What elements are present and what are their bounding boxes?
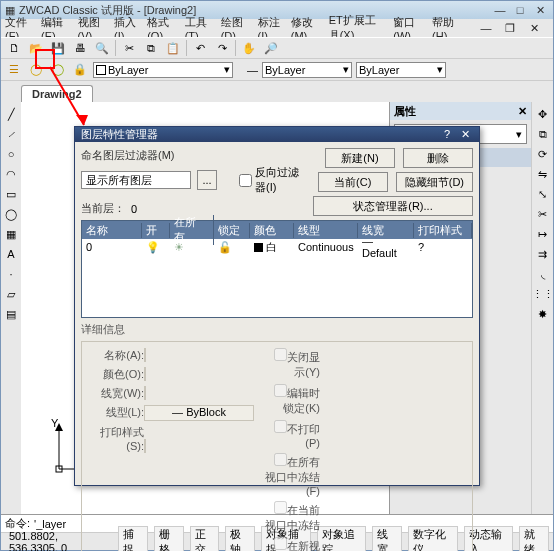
left-toolbar: ╱ ⟋ ○ ◠ ▭ ◯ ▦ A ∙ ▱ ▤ <box>1 102 21 514</box>
maximize-button[interactable]: □ <box>511 3 529 17</box>
filter-browse-button[interactable]: ... <box>197 170 217 190</box>
mdi-restore-button[interactable]: ❐ <box>503 21 517 35</box>
close-button[interactable]: ✕ <box>531 3 549 17</box>
dialog-titlebar[interactable]: 图层特性管理器 ? ✕ <box>75 127 479 142</box>
status-model[interactable]: 就绪 <box>519 526 549 552</box>
undo-icon[interactable]: ↶ <box>191 39 209 57</box>
table-icon[interactable]: ▤ <box>3 306 19 322</box>
right-toolbar: ✥ ⧉ ⟳ ⇋ ⤡ ✂ ↦ ⇉ ◟ ⋮⋮ ✸ <box>531 102 553 514</box>
redo-icon[interactable]: ↷ <box>213 39 231 57</box>
mdi-minimize-button[interactable]: — <box>479 21 493 35</box>
lock-edit-checkbox: 编辑时锁定(K) <box>264 384 320 416</box>
copy2-icon[interactable]: ⧉ <box>535 126 551 142</box>
bulb-on-icon[interactable]: 💡 <box>142 241 170 254</box>
minimize-button[interactable]: — <box>491 3 509 17</box>
cut-icon[interactable]: ✂ <box>120 39 138 57</box>
circle-icon[interactable]: ○ <box>3 146 19 162</box>
svg-text:Y: Y <box>51 419 59 429</box>
detail-panel: 名称(A): 颜色(O): 线宽(W): 线型(L):— ByBlock 打印样… <box>81 341 473 551</box>
mdi-close-button[interactable]: ✕ <box>527 21 541 35</box>
off-display-checkbox: 关闭显示(Y) <box>264 348 320 380</box>
linetype-label: ByLayer <box>265 64 305 76</box>
freeze-new-checkbox: 在新视口中冻结(Z) <box>264 537 320 551</box>
layer-properties-dialog: 图层特性管理器 ? ✕ 命名图层过滤器(M) ... 反向过滤器(I) 当前层：… <box>74 126 480 486</box>
filter-dropdown[interactable] <box>81 171 191 189</box>
preview-icon[interactable]: 🔍 <box>93 39 111 57</box>
lineweight-dropdown[interactable]: ByLayer ▾ <box>356 62 446 78</box>
zoom-icon[interactable]: 🔎 <box>262 39 280 57</box>
rect-icon[interactable]: ▭ <box>3 186 19 202</box>
freeze-current-checkbox: 在当前视口中冻结 <box>264 501 320 533</box>
text-icon[interactable]: A <box>3 246 19 262</box>
region-icon[interactable]: ▱ <box>3 286 19 302</box>
paste-icon[interactable]: 📋 <box>164 39 182 57</box>
separator <box>186 40 187 56</box>
layer-bylayer-label: ByLayer <box>108 64 148 76</box>
rotate-icon[interactable]: ⟳ <box>535 146 551 162</box>
hatch-icon[interactable]: ▦ <box>3 226 19 242</box>
command-value: '_layer <box>34 518 66 530</box>
ellipse-icon[interactable]: ◯ <box>3 206 19 222</box>
separator <box>115 40 116 56</box>
properties-close-icon[interactable]: ✕ <box>518 105 527 118</box>
copy-icon[interactable]: ⧉ <box>142 39 160 57</box>
trim-icon[interactable]: ✂ <box>535 206 551 222</box>
annotation-arrow <box>48 65 98 135</box>
state-manager-button[interactable]: 状态管理器(R)... <box>313 196 473 216</box>
no-plot-checkbox: 不打印(P) <box>264 420 320 449</box>
table-row[interactable]: 0 💡 ☀ 🔓 白 Continuous — Default ? <box>82 239 472 255</box>
fillet-icon[interactable]: ◟ <box>535 266 551 282</box>
mirror-icon[interactable]: ⇋ <box>535 166 551 182</box>
scale-icon[interactable]: ⤡ <box>535 186 551 202</box>
print-icon[interactable]: 🖶 <box>71 39 89 57</box>
detail-plotstyle-field[interactable] <box>144 439 146 453</box>
layer-table: 名称 开 在所有... 锁定 颜色 线型 线宽 打印样式 0 💡 ☀ 🔓 白 C… <box>81 220 473 318</box>
current-button[interactable]: 当前(C) <box>318 172 388 192</box>
properties-header: 属性 <box>394 104 416 119</box>
detail-name-field[interactable] <box>144 348 146 362</box>
detail-color-field[interactable] <box>144 367 146 381</box>
pan-icon[interactable]: ✋ <box>240 39 258 57</box>
point-icon[interactable]: ∙ <box>3 266 19 282</box>
hide-detail-button[interactable]: 隐藏细节(D) <box>396 172 473 192</box>
extend-icon[interactable]: ↦ <box>535 226 551 242</box>
layer-dropdown[interactable]: ByLayer ▾ <box>93 62 233 78</box>
current-layer-value: 0 <box>131 203 137 215</box>
new-icon[interactable]: 🗋 <box>5 39 23 57</box>
standard-toolbar: 🗋 📂 💾 🖶 🔍 ✂ ⧉ 📋 ↶ ↷ ✋ 🔎 <box>1 37 553 59</box>
pline-icon[interactable]: ⟋ <box>3 126 19 142</box>
sun-icon[interactable]: ☀ <box>170 241 214 254</box>
layer-manager-icon[interactable]: ☰ <box>5 61 23 79</box>
menu-bar: 文件(F) 编辑(E) 视图(V) 插入(I) 格式(O) 工具(T) 绘图(D… <box>1 19 553 37</box>
freeze-all-checkbox: 在所有视口中冻结(F) <box>264 453 320 497</box>
unlock-icon[interactable]: 🔓 <box>214 241 250 254</box>
dialog-close-icon[interactable]: ✕ <box>457 128 473 142</box>
detail-linetype-field[interactable]: — ByBlock <box>144 405 254 421</box>
new-button[interactable]: 新建(N) <box>325 148 395 168</box>
linetype-dropdown[interactable]: ByLayer ▾ <box>262 62 352 78</box>
offset-icon[interactable]: ⇉ <box>535 246 551 262</box>
named-filter-label: 命名图层过滤器(M) <box>81 148 307 163</box>
delete-button[interactable]: 删除 <box>403 148 473 168</box>
line-icon[interactable]: ╱ <box>3 106 19 122</box>
arc-icon[interactable]: ◠ <box>3 166 19 182</box>
lineweight-label: ByLayer <box>359 64 399 76</box>
detail-lineweight-field[interactable] <box>144 386 146 400</box>
move-icon[interactable]: ✥ <box>535 106 551 122</box>
array-icon[interactable]: ⋮⋮ <box>535 286 551 302</box>
current-layer-label: 当前层： <box>81 201 125 216</box>
dialog-help-icon[interactable]: ? <box>439 128 455 142</box>
separator <box>235 40 236 56</box>
detail-section-label: 详细信息 <box>81 322 473 337</box>
dialog-title: 图层特性管理器 <box>81 127 158 142</box>
invert-filter-checkbox[interactable]: 反向过滤器(I) <box>239 165 307 195</box>
explode-icon[interactable]: ✸ <box>535 306 551 322</box>
